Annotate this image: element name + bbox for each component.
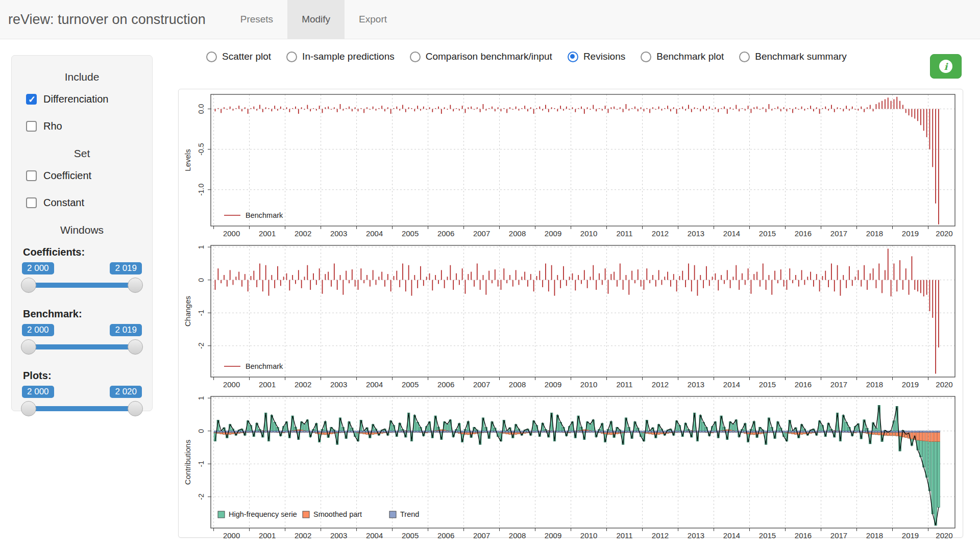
svg-text:High-frequency serie: High-frequency serie — [229, 510, 297, 518]
svg-text:2011: 2011 — [616, 380, 632, 389]
svg-text:2007: 2007 — [473, 531, 490, 540]
svg-text:2001: 2001 — [259, 531, 276, 540]
svg-text:2011: 2011 — [616, 531, 632, 540]
checkbox-box[interactable] — [26, 170, 37, 181]
svg-text:2000: 2000 — [223, 531, 240, 540]
checkbox-box[interactable] — [26, 197, 37, 208]
tab-export[interactable]: Export — [345, 0, 401, 39]
checkbox-label: Rho — [43, 120, 62, 132]
svg-text:2002: 2002 — [295, 380, 311, 389]
svg-text:2015: 2015 — [759, 531, 776, 540]
checkbox-constant[interactable]: Constant — [26, 197, 142, 209]
radio-revisions[interactable]: Revisions — [568, 51, 625, 62]
svg-text:2012: 2012 — [652, 229, 669, 238]
review-app: reView: turnover on construction Presets… — [0, 0, 980, 551]
svg-text:2007: 2007 — [473, 380, 490, 389]
svg-text:2009: 2009 — [545, 229, 561, 238]
radio-label: Comparison benchmark/input — [426, 51, 552, 62]
svg-text:2008: 2008 — [509, 380, 526, 389]
tab-modify[interactable]: Modify — [287, 0, 345, 39]
svg-text:2020: 2020 — [936, 531, 952, 540]
svg-text:2000: 2000 — [223, 380, 240, 389]
svg-text:2000: 2000 — [223, 229, 240, 238]
slider-handle-right[interactable] — [128, 278, 143, 293]
radio-in-sample-predictions[interactable]: In-sample predictions — [286, 51, 395, 62]
slider-max-badge: 2 020 — [110, 386, 142, 398]
svg-text:2004: 2004 — [366, 531, 383, 540]
svg-text:2017: 2017 — [830, 380, 847, 389]
svg-text:2020: 2020 — [936, 380, 952, 389]
svg-text:-1: -1 — [197, 461, 205, 467]
slider-max-badge: 2 019 — [110, 324, 142, 336]
svg-text:2001: 2001 — [259, 380, 276, 389]
svg-text:2007: 2007 — [473, 229, 490, 238]
svg-text:2006: 2006 — [437, 380, 454, 389]
checkbox-box[interactable] — [26, 121, 37, 132]
slider-handle-left[interactable] — [21, 339, 36, 355]
checkbox-label: Differenciation — [43, 93, 108, 105]
svg-text:2005: 2005 — [402, 229, 419, 238]
svg-text:2012: 2012 — [652, 380, 669, 389]
svg-text:2018: 2018 — [866, 531, 883, 540]
slider-handle-left[interactable] — [21, 401, 36, 416]
svg-text:2006: 2006 — [437, 531, 454, 540]
svg-text:2017: 2017 — [830, 531, 847, 540]
radio-label: Benchmark summary — [755, 51, 847, 62]
slider-track[interactable] — [22, 344, 142, 349]
radio-icon — [206, 52, 217, 62]
svg-text:2010: 2010 — [580, 531, 597, 540]
tab-presets[interactable]: Presets — [226, 0, 287, 39]
checkbox-coefficient[interactable]: Coefficient — [26, 170, 142, 182]
header: reView: turnover on construction Presets… — [0, 0, 980, 39]
radio-benchmark-plot[interactable]: Benchmark plot — [641, 51, 724, 62]
radio-comparison-benchmark-input[interactable]: Comparison benchmark/input — [410, 51, 552, 62]
radio-label: Revisions — [583, 51, 625, 62]
radio-icon — [286, 52, 297, 62]
slider-handle-right[interactable] — [128, 339, 143, 355]
svg-text:2003: 2003 — [330, 229, 347, 238]
slider-handle-right[interactable] — [128, 401, 143, 416]
svg-text:Benchmark: Benchmark — [246, 211, 283, 219]
svg-text:2013: 2013 — [688, 531, 704, 540]
slider-track[interactable] — [22, 283, 142, 288]
svg-text:2019: 2019 — [902, 380, 919, 389]
svg-text:2014: 2014 — [723, 531, 740, 540]
range-slider[interactable]: 2 000 2 019 — [22, 324, 142, 357]
checkbox-differenciation[interactable]: Differenciation — [26, 93, 142, 105]
sidebar-panel: Include Differenciation Rho Set Coeffici… — [11, 55, 153, 411]
svg-text:-2: -2 — [197, 493, 205, 500]
svg-text:2017: 2017 — [830, 229, 847, 238]
range-slider[interactable]: 2 000 2 020 — [22, 386, 142, 418]
slider-track[interactable] — [22, 406, 142, 411]
info-button[interactable]: i — [930, 54, 962, 79]
svg-text:0: 0 — [197, 278, 205, 282]
checkbox-box[interactable] — [26, 94, 37, 105]
radio-icon — [410, 52, 421, 62]
svg-text:Changes: Changes — [183, 296, 192, 327]
range-slider[interactable]: 2 000 2 019 — [22, 262, 142, 295]
slider-label: Benchmark: — [23, 308, 142, 320]
svg-text:2016: 2016 — [795, 531, 812, 540]
checkbox-rho[interactable]: Rho — [26, 120, 142, 132]
radio-benchmark-summary[interactable]: Benchmark summary — [739, 51, 847, 62]
slider-plots: Plots: 2 000 2 020 — [22, 370, 142, 418]
svg-text:2015: 2015 — [759, 229, 776, 238]
svg-text:2018: 2018 — [866, 229, 883, 238]
radio-scatter-plot[interactable]: Scatter plot — [206, 51, 271, 62]
svg-text:2005: 2005 — [402, 531, 419, 540]
checkbox-label: Coefficient — [43, 170, 91, 182]
svg-text:2005: 2005 — [402, 380, 419, 389]
svg-text:2003: 2003 — [330, 531, 347, 540]
changes-chart: 10-1-22000200120022003200420052006200720… — [182, 241, 959, 390]
slider-handle-left[interactable] — [21, 278, 36, 293]
svg-text:2008: 2008 — [509, 531, 526, 540]
svg-text:2002: 2002 — [295, 531, 311, 540]
svg-text:2019: 2019 — [902, 229, 919, 238]
radio-icon — [641, 52, 651, 62]
svg-text:2019: 2019 — [902, 531, 919, 540]
svg-text:2001: 2001 — [259, 229, 276, 238]
radio-label: Scatter plot — [222, 51, 271, 62]
svg-text:2014: 2014 — [723, 229, 740, 238]
svg-text:2016: 2016 — [795, 229, 812, 238]
slider-max-badge: 2 019 — [110, 262, 142, 274]
